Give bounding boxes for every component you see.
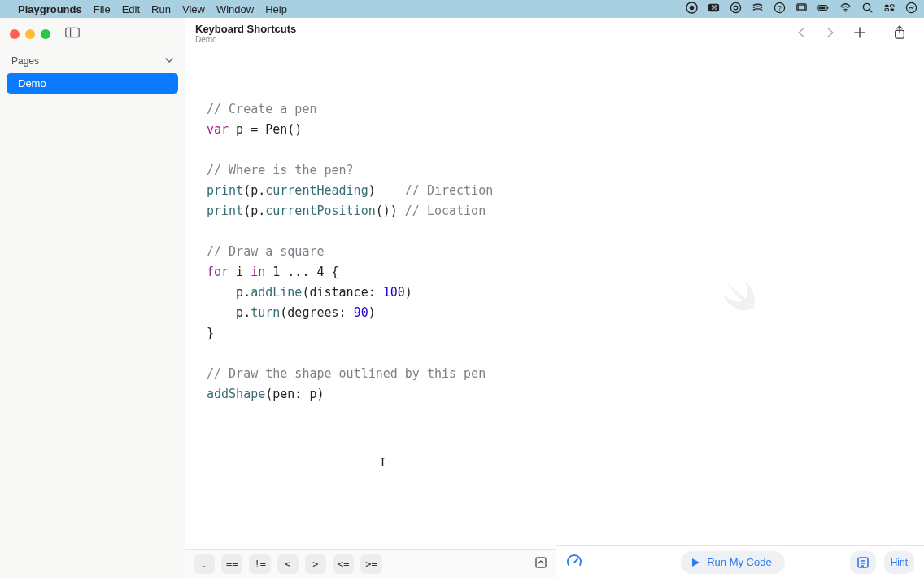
operator-dot[interactable]: . xyxy=(194,554,215,574)
svg-point-1 xyxy=(690,6,695,11)
svg-rect-17 xyxy=(890,5,894,7)
svg-point-14 xyxy=(863,3,870,10)
operator-gt[interactable]: > xyxy=(305,554,326,574)
run-button-label: Run My Code xyxy=(707,556,771,568)
status-record-icon[interactable] xyxy=(686,2,698,16)
zoom-window-button[interactable] xyxy=(41,29,50,39)
inspector-button[interactable] xyxy=(850,551,876,574)
chevron-down-icon xyxy=(165,55,173,67)
status-spotlight-icon[interactable] xyxy=(861,2,874,16)
window-controls xyxy=(10,29,50,39)
close-window-button[interactable] xyxy=(10,29,20,39)
main-split: Pages Demo // Create a pen var p = Pen()… xyxy=(0,50,924,578)
svg-rect-16 xyxy=(885,5,889,7)
svg-line-15 xyxy=(870,10,872,12)
status-display-icon[interactable] xyxy=(795,2,808,16)
svg-point-5 xyxy=(734,6,738,10)
svg-line-28 xyxy=(574,559,578,563)
live-view-footer: Run My Code Hint xyxy=(556,545,924,578)
svg-text:⌘: ⌘ xyxy=(711,4,717,11)
document-title: Keyboard Shortcuts xyxy=(195,24,296,35)
svg-rect-21 xyxy=(66,28,79,37)
play-icon xyxy=(691,558,700,567)
editor-column: // Create a pen var p = Pen() // Where i… xyxy=(185,50,556,578)
operator-shortcut-bar: . == != < > <= >= xyxy=(185,549,556,578)
sidebar-item-demo[interactable]: Demo xyxy=(7,73,178,94)
text-cursor-icon: I xyxy=(381,456,385,470)
sidebar-item-label: Demo xyxy=(18,77,46,90)
toggle-sidebar-button[interactable] xyxy=(65,27,80,41)
document-title-block: Keyboard Shortcuts Demo xyxy=(195,24,296,44)
run-my-code-button[interactable]: Run My Code xyxy=(681,551,784,574)
menu-help[interactable]: Help xyxy=(265,3,287,15)
svg-rect-19 xyxy=(890,8,894,11)
svg-point-13 xyxy=(845,11,847,12)
menu-run[interactable]: Run xyxy=(151,3,171,15)
pages-sidebar: Pages Demo xyxy=(0,50,185,578)
svg-rect-9 xyxy=(798,5,804,10)
operator-neq[interactable]: != xyxy=(249,554,270,574)
live-view-canvas xyxy=(556,50,924,545)
svg-rect-11 xyxy=(819,7,826,10)
nav-forward-button[interactable] xyxy=(825,27,836,41)
hint-button[interactable]: Hint xyxy=(884,551,914,574)
document-subtitle: Demo xyxy=(195,35,296,44)
system-menubar: Playgrounds File Edit Run View Window He… xyxy=(0,0,924,18)
share-button[interactable] xyxy=(893,25,906,42)
menu-file[interactable]: File xyxy=(94,3,111,15)
status-help-icon[interactable]: ? xyxy=(774,2,786,16)
window-toolbar: Keyboard Shortcuts Demo xyxy=(0,18,924,50)
status-battery-icon[interactable] xyxy=(817,2,830,16)
svg-text:?: ? xyxy=(778,4,782,12)
code-editor[interactable]: // Create a pen var p = Pen() // Where i… xyxy=(185,50,556,549)
svg-point-4 xyxy=(730,2,740,12)
operator-eq[interactable]: == xyxy=(221,554,242,574)
nav-back-button[interactable] xyxy=(795,27,807,41)
status-lines-icon[interactable] xyxy=(752,2,764,16)
minimize-window-button[interactable] xyxy=(25,29,35,39)
pages-header-label: Pages xyxy=(11,55,39,67)
operator-lte[interactable]: <= xyxy=(333,554,354,574)
menu-window[interactable]: Window xyxy=(216,3,254,15)
swift-logo-icon xyxy=(719,277,761,319)
operator-gte[interactable]: >= xyxy=(360,554,381,574)
status-wifi-icon[interactable] xyxy=(839,2,852,16)
operator-lt[interactable]: < xyxy=(277,554,299,574)
pages-section-header[interactable]: Pages xyxy=(0,50,185,72)
menu-edit[interactable]: Edit xyxy=(122,3,140,15)
menu-view[interactable]: View xyxy=(182,3,205,15)
svg-rect-12 xyxy=(827,7,828,8)
app-menu[interactable]: Playgrounds xyxy=(18,3,82,15)
status-control-center-icon[interactable] xyxy=(883,2,896,16)
status-at-icon[interactable] xyxy=(730,2,742,16)
expand-bar-icon[interactable] xyxy=(534,556,547,571)
svg-rect-18 xyxy=(885,8,889,11)
live-view-column: Run My Code Hint xyxy=(556,50,924,578)
add-page-button[interactable] xyxy=(854,27,865,41)
speed-gauge-button[interactable] xyxy=(566,553,582,571)
svg-rect-27 xyxy=(536,558,546,567)
status-keyboard-icon[interactable]: ⌘ xyxy=(708,2,720,16)
status-siri-icon[interactable] xyxy=(905,2,917,16)
